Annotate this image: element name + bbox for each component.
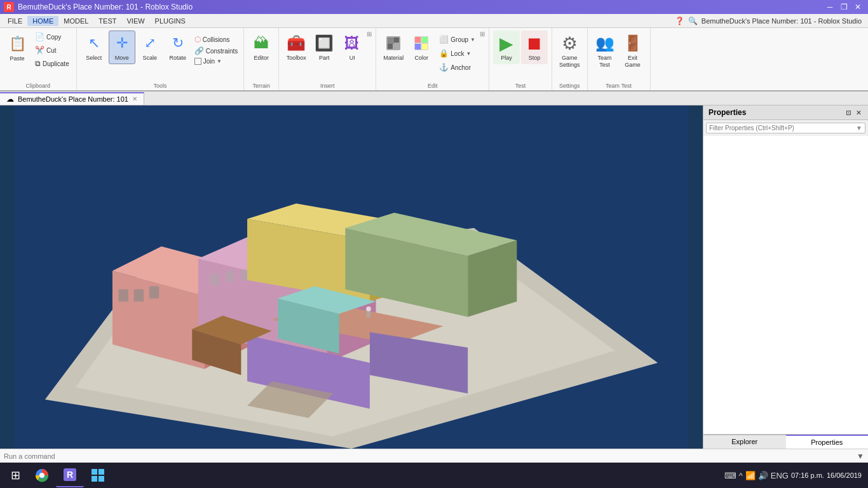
group-dropdown-arrow: ▼ — [470, 37, 475, 43]
insert-content: 🧰 Toolbox 🔲 Part 🖼 UI ⊞ — [283, 30, 372, 81]
notification-icon[interactable]: ^ — [739, 471, 743, 480]
window-title: BemutheDuck's Place Number: 101 - Roblox… — [18, 3, 193, 11]
rotate-button[interactable]: ↻ Rotate — [165, 30, 191, 64]
collisions-checkbox[interactable]: ⬡ Collisions — [193, 34, 240, 44]
part-button[interactable]: 🔲 Part — [311, 30, 337, 64]
taskbar-app-chrome[interactable] — [28, 463, 56, 487]
tools-content: ↖ Select ✛ Move ⤢ Scale ↻ Rotate ⬡ — [81, 30, 240, 81]
cut-button[interactable]: ✂️ Cut — [32, 44, 72, 57]
menu-file[interactable]: FILE — [3, 16, 27, 26]
properties-close-button[interactable]: ✕ — [854, 108, 863, 117]
game-settings-icon: ⚙ — [559, 33, 580, 53]
properties-panel: Properties ⊡ ✕ ▼ Explorer Properties — [703, 105, 868, 449]
anchor-button[interactable]: ⚓ Anchor — [436, 61, 478, 74]
edit-expand-icon[interactable]: ⊞ — [480, 30, 485, 37]
settings-group: ⚙ Game Settings Settings — [552, 28, 588, 90]
editor-button[interactable]: 🏔 Editor — [248, 30, 275, 64]
taskbar-app-windows[interactable] — [84, 463, 112, 487]
properties-filter-bar[interactable]: ▼ — [706, 123, 865, 133]
toolbox-button[interactable]: 🧰 Toolbox — [283, 30, 309, 64]
cut-label: Cut — [46, 47, 57, 54]
username-label[interactable]: BemutheDuck's Place Number: 101 - Roblox… — [702, 17, 862, 25]
exit-game-button[interactable]: 🚪 Exit Game — [620, 30, 646, 71]
select-button[interactable]: ↖ Select — [81, 30, 107, 64]
svg-rect-15 — [119, 289, 128, 301]
restore-button[interactable]: ❐ — [837, 2, 850, 12]
anchor-label: Anchor — [451, 64, 471, 71]
color-button[interactable]: Color — [408, 30, 435, 64]
lock-icon: 🔒 — [439, 49, 449, 58]
menu-plugins[interactable]: PLUGINS — [150, 16, 191, 26]
viewport-tab-icon: ☁ — [6, 95, 14, 104]
filter-dropdown-arrow[interactable]: ▼ — [853, 123, 865, 133]
svg-rect-22 — [226, 271, 234, 281]
team-test-group-label: Team Test — [606, 83, 632, 89]
tab-explorer[interactable]: Explorer — [703, 435, 786, 449]
move-button[interactable]: ✛ Move — [109, 30, 135, 64]
part-icon: 🔲 — [314, 33, 334, 53]
stop-button[interactable]: ⏹ Stop — [521, 30, 548, 64]
play-button[interactable]: ▶ Play — [493, 30, 520, 64]
terrain-content: 🏔 Editor — [248, 30, 275, 81]
svg-rect-7 — [415, 44, 421, 50]
scale-button[interactable]: ⤢ Scale — [137, 30, 163, 64]
svg-point-39 — [366, 306, 371, 311]
network-icon[interactable]: 📶 — [745, 471, 756, 480]
join-checkbox[interactable]: Join ▼ — [193, 57, 240, 65]
start-button[interactable]: ⊞ — [3, 463, 28, 488]
properties-title: Properties — [709, 108, 746, 117]
test-group: ▶ Play ⏹ Stop Test — [489, 28, 552, 90]
clipboard-group: 📋 Paste 📄 Copy ✂️ Cut ⧉ Duplicate Clipbo… — [0, 28, 77, 90]
windows-icon — [91, 468, 105, 482]
settings-content: ⚙ Game Settings — [556, 30, 583, 81]
paste-label: Paste — [10, 55, 24, 62]
team-test-label: Team Test — [598, 55, 612, 69]
copy-icon: 📄 — [35, 32, 44, 41]
command-arrow[interactable]: ▼ — [857, 452, 864, 461]
menu-model[interactable]: MODEL — [58, 16, 93, 26]
taskbar-right: ⌨ ^ 📶 🔊 ENG 07:16 p.m. 16/06/2019 — [721, 471, 865, 480]
cut-icon: ✂️ — [35, 46, 44, 55]
ui-button[interactable]: 🖼 UI — [339, 30, 365, 64]
keyboard-icon[interactable]: ⌨ — [724, 471, 736, 480]
group-button[interactable]: ⬜ Group ▼ — [436, 33, 478, 46]
help-icon[interactable]: ❓ — [675, 17, 684, 25]
paste-button[interactable]: 📋 Paste — [4, 30, 31, 65]
menu-home[interactable]: HOME — [27, 16, 58, 26]
insert-expand-icon[interactable]: ⊞ — [367, 30, 372, 37]
stop-icon: ⏹ — [524, 33, 545, 53]
menu-test[interactable]: TEST — [93, 16, 121, 26]
material-button[interactable]: Material — [380, 30, 407, 64]
taskbar-app-studio[interactable]: R — [56, 463, 84, 487]
team-test-button[interactable]: 👥 Team Test — [592, 30, 618, 71]
svg-rect-3 — [388, 44, 393, 49]
viewport-scene — [0, 105, 703, 449]
viewport[interactable] — [0, 105, 703, 449]
window-controls: ─ ❐ ✕ — [824, 2, 864, 12]
close-button[interactable]: ✕ — [851, 2, 864, 12]
svg-rect-8 — [422, 44, 428, 50]
properties-body — [703, 136, 868, 434]
select-label: Select — [86, 55, 102, 62]
search-online-icon[interactable]: 🔍 — [688, 17, 698, 25]
command-input[interactable] — [4, 452, 857, 460]
menu-view[interactable]: VIEW — [121, 16, 149, 26]
terrain-group-label: Terrain — [253, 83, 271, 89]
properties-popout-button[interactable]: ⊡ — [844, 108, 853, 117]
viewport-tab[interactable]: ☁ BemutheDuck's Place Number: 101 ✕ — [0, 92, 144, 105]
duplicate-button[interactable]: ⧉ Duplicate — [32, 57, 72, 70]
move-label: Move — [115, 55, 129, 62]
tab-properties[interactable]: Properties — [786, 435, 869, 449]
properties-filter-input[interactable] — [707, 123, 853, 133]
svg-rect-40 — [367, 311, 370, 318]
copy-label: Copy — [46, 34, 61, 41]
main-area: Properties ⊡ ✕ ▼ Explorer Properties — [0, 105, 868, 449]
lock-button[interactable]: 🔒 Lock ▼ — [436, 47, 478, 60]
game-settings-button[interactable]: ⚙ Game Settings — [556, 30, 583, 71]
copy-button[interactable]: 📄 Copy — [32, 30, 72, 43]
edit-group: Material Color ⬜ Group — [376, 28, 489, 90]
minimize-button[interactable]: ─ — [824, 2, 836, 12]
constraints-checkbox[interactable]: 🔗 Constraints — [193, 46, 240, 56]
viewport-tab-close[interactable]: ✕ — [132, 95, 137, 102]
volume-icon[interactable]: 🔊 — [758, 471, 768, 480]
